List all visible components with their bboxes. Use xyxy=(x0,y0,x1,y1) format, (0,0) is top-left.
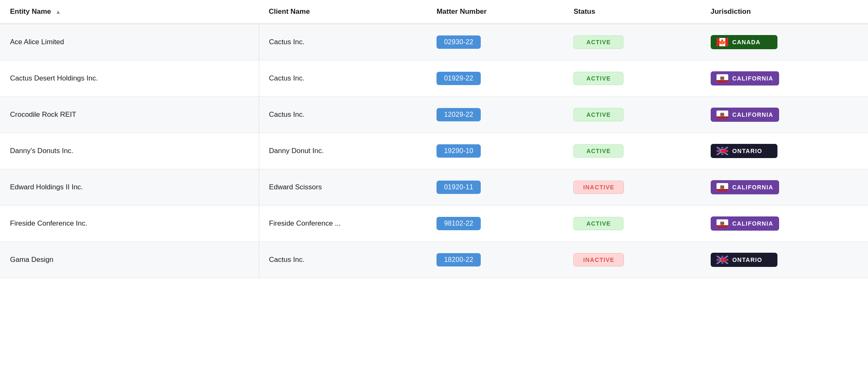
jurisdiction-badge: 🐻 CALIFORNIA xyxy=(711,216,779,231)
jurisdiction-badge: 🐻 CALIFORNIA xyxy=(711,108,779,122)
jurisdiction-cell: 🐻 CALIFORNIA xyxy=(701,60,868,97)
svg-point-19 xyxy=(723,149,727,153)
matter-number-cell: 98102-22 xyxy=(426,206,563,242)
flag-icon xyxy=(717,147,728,155)
client-name-text: Cactus Inc. xyxy=(269,38,305,46)
matter-number-cell: 02930-22 xyxy=(426,24,563,60)
entity-name-text: Danny's Donuts Inc. xyxy=(10,147,73,155)
matter-number-badge: 19290-10 xyxy=(437,144,481,158)
jurisdiction-badge: ONTARIO xyxy=(711,253,777,267)
entity-name-cell: Gama Design xyxy=(0,242,259,278)
client-name-text: Cactus Inc. xyxy=(269,74,305,82)
entity-name-text: Edward Holdings II Inc. xyxy=(10,183,83,191)
status-cell: ACTIVE xyxy=(563,60,700,97)
svg-text:🐻: 🐻 xyxy=(720,185,725,190)
matter-number-cell: 01929-22 xyxy=(426,60,563,97)
jurisdiction-cell: 🍁 CANADA xyxy=(701,24,868,60)
status-cell: ACTIVE xyxy=(563,206,700,242)
client-name-cell: Danny Donut Inc. xyxy=(259,133,426,169)
jurisdiction-text: ONTARIO xyxy=(732,148,762,154)
entity-name-text: Cactus Desert Holdings Inc. xyxy=(10,74,98,82)
main-table-container: Entity Name ▲ Client Name Matter Number … xyxy=(0,0,868,278)
jurisdiction-text: CALIFORNIA xyxy=(732,220,773,227)
matter-number-cell: 01920-11 xyxy=(426,169,563,206)
jurisdiction-cell: 🐻 CALIFORNIA xyxy=(701,97,868,133)
status-badge: INACTIVE xyxy=(573,253,624,266)
status-badge: ACTIVE xyxy=(573,144,623,158)
status-badge: ACTIVE xyxy=(573,108,623,121)
matter-number-badge: 01920-11 xyxy=(437,181,481,194)
client-name-cell: Cactus Inc. xyxy=(259,242,426,278)
jurisdiction-text: CALIFORNIA xyxy=(732,111,773,118)
jurisdiction-badge: ONTARIO xyxy=(711,144,777,158)
entity-name-text: Crocodile Rock REIT xyxy=(10,111,76,118)
entities-table: Entity Name ▲ Client Name Matter Number … xyxy=(0,0,868,278)
jurisdiction-badge: 🐻 CALIFORNIA xyxy=(711,71,779,85)
jurisdiction-badge: 🍁 CANADA xyxy=(711,35,777,49)
table-row[interactable]: Danny's Donuts Inc. Danny Donut Inc. 192… xyxy=(0,133,868,169)
column-header-matter-number: Matter Number xyxy=(426,0,563,24)
status-cell: ACTIVE xyxy=(563,24,700,60)
entity-name-cell: Fireside Conference Inc. xyxy=(0,206,259,242)
entity-name-cell: Crocodile Rock REIT xyxy=(0,97,259,133)
matter-number-cell: 12029-22 xyxy=(426,97,563,133)
client-name-cell: Cactus Inc. xyxy=(259,24,426,60)
matter-number-badge: 01929-22 xyxy=(437,72,481,85)
status-cell: INACTIVE xyxy=(563,169,700,206)
jurisdiction-cell: ONTARIO xyxy=(701,242,868,278)
entity-name-cell: Danny's Donuts Inc. xyxy=(0,133,259,169)
client-name-text: Fireside Conference ... xyxy=(269,219,341,227)
flag-icon xyxy=(717,256,728,264)
column-header-entity-name[interactable]: Entity Name ▲ xyxy=(0,0,259,24)
svg-text:🐻: 🐻 xyxy=(720,76,725,81)
entity-name-text: Gama Design xyxy=(10,256,53,264)
flag-icon: 🍁 xyxy=(717,38,728,46)
column-header-status: Status xyxy=(563,0,700,24)
table-row[interactable]: Crocodile Rock REIT Cactus Inc. 12029-22… xyxy=(0,97,868,133)
jurisdiction-cell: ONTARIO xyxy=(701,133,868,169)
status-cell: ACTIVE xyxy=(563,133,700,169)
svg-text:🐻: 🐻 xyxy=(720,221,725,226)
matter-number-badge: 98102-22 xyxy=(437,217,481,230)
matter-number-badge: 12029-22 xyxy=(437,108,481,121)
client-name-cell: Edward Scissors xyxy=(259,169,426,206)
table-row[interactable]: Edward Holdings II Inc. Edward Scissors … xyxy=(0,169,868,206)
entity-name-text: Ace Alice Limited xyxy=(10,38,64,46)
svg-point-35 xyxy=(723,258,727,261)
column-header-client-name: Client Name xyxy=(259,0,426,24)
client-name-cell: Cactus Inc. xyxy=(259,60,426,97)
jurisdiction-text: ONTARIO xyxy=(732,256,762,263)
client-name-text: Danny Donut Inc. xyxy=(269,147,324,155)
flag-icon: 🐻 xyxy=(717,74,728,83)
table-row[interactable]: Gama Design Cactus Inc. 18200-22 INACTIV… xyxy=(0,242,868,278)
flag-icon: 🐻 xyxy=(717,219,728,228)
jurisdiction-badge: 🐻 CALIFORNIA xyxy=(711,180,779,194)
jurisdiction-text: CANADA xyxy=(732,39,761,45)
column-header-jurisdiction: Jurisdiction xyxy=(701,0,868,24)
flag-icon: 🐻 xyxy=(717,183,728,191)
jurisdiction-text: CALIFORNIA xyxy=(732,184,773,191)
entity-name-cell: Cactus Desert Holdings Inc. xyxy=(0,60,259,97)
status-badge: ACTIVE xyxy=(573,217,623,230)
svg-text:🍁: 🍁 xyxy=(719,39,726,46)
entity-name-cell: Edward Holdings II Inc. xyxy=(0,169,259,206)
sort-ascending-icon: ▲ xyxy=(56,9,61,15)
table-row[interactable]: Cactus Desert Holdings Inc. Cactus Inc. … xyxy=(0,60,868,97)
table-header-row: Entity Name ▲ Client Name Matter Number … xyxy=(0,0,868,24)
jurisdiction-text: CALIFORNIA xyxy=(732,75,773,82)
client-name-cell: Fireside Conference ... xyxy=(259,206,426,242)
table-row[interactable]: Ace Alice Limited Cactus Inc. 02930-22 A… xyxy=(0,24,868,60)
matter-number-badge: 02930-22 xyxy=(437,35,481,49)
client-name-cell: Cactus Inc. xyxy=(259,97,426,133)
entity-name-text: Fireside Conference Inc. xyxy=(10,219,87,227)
status-badge: ACTIVE xyxy=(573,35,623,49)
client-name-text: Cactus Inc. xyxy=(269,111,305,118)
client-name-text: Edward Scissors xyxy=(269,183,322,191)
flag-icon: 🐻 xyxy=(717,111,728,119)
status-cell: ACTIVE xyxy=(563,97,700,133)
client-name-text: Cactus Inc. xyxy=(269,256,305,264)
jurisdiction-cell: 🐻 CALIFORNIA xyxy=(701,169,868,206)
status-badge: INACTIVE xyxy=(573,181,624,194)
matter-number-cell: 19290-10 xyxy=(426,133,563,169)
table-row[interactable]: Fireside Conference Inc. Fireside Confer… xyxy=(0,206,868,242)
